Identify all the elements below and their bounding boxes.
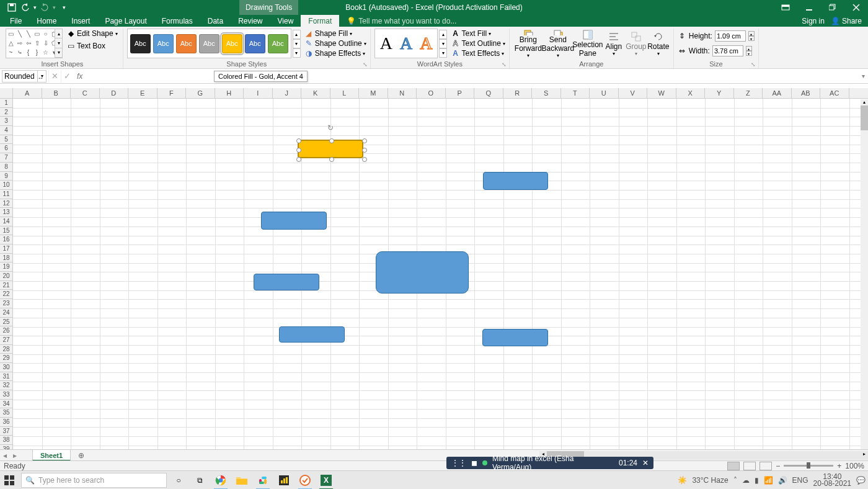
width-up-icon[interactable]: ▴ <box>746 46 752 51</box>
row-header[interactable]: 37 <box>0 427 12 436</box>
rounded-rectangle-shape[interactable] <box>376 251 469 294</box>
width-down-icon[interactable]: ▾ <box>746 51 752 56</box>
onedrive-icon[interactable]: ☁ <box>742 476 750 485</box>
style-more-icon[interactable]: ▾ <box>293 48 301 58</box>
shape-style-swatch-6[interactable]: Abc <box>268 34 288 53</box>
shape-triangle-icon[interactable]: △ <box>7 39 15 47</box>
column-header[interactable]: AA <box>763 88 792 98</box>
row-header[interactable]: 36 <box>0 418 12 427</box>
stop-icon[interactable]: ◼ <box>471 459 477 467</box>
text-outline-button[interactable]: AText Outline▾ <box>451 39 505 48</box>
row-header[interactable]: 29 <box>0 354 12 363</box>
column-header[interactable]: Y <box>705 88 734 98</box>
tab-file[interactable]: File <box>2 15 29 27</box>
shape-brace-r-icon[interactable]: } <box>33 48 41 56</box>
wordart-launcher-icon[interactable]: ⤡ <box>502 61 508 68</box>
shape-textbox-icon[interactable]: ▭ <box>7 30 15 37</box>
row-header[interactable]: 13 <box>0 208 12 217</box>
row-header[interactable]: 12 <box>0 199 12 209</box>
gallery-up-icon[interactable]: ▴ <box>55 29 62 38</box>
shape-line2-icon[interactable]: ╲ <box>24 30 32 37</box>
shape-line-icon[interactable]: ╲ <box>16 30 24 37</box>
language-indicator[interactable]: ENG <box>792 476 808 485</box>
row-header[interactable]: 34 <box>0 400 12 409</box>
wordart-down-icon[interactable]: ▾ <box>439 39 447 48</box>
column-header[interactable]: B <box>42 88 71 98</box>
redo-icon[interactable] <box>39 2 50 13</box>
qat-customize-icon[interactable]: ▾ <box>58 2 69 13</box>
drag-handle-icon[interactable]: ⋮⋮ <box>451 459 466 467</box>
column-header[interactable]: R <box>503 88 533 98</box>
resize-handle[interactable] <box>329 138 334 143</box>
wordart-gallery[interactable]: A A A <box>374 29 438 58</box>
zoom-out-icon[interactable]: − <box>776 462 780 470</box>
shape-effects-button[interactable]: ◑Shape Effects▾ <box>304 49 366 58</box>
row-header[interactable]: 39 <box>0 445 12 449</box>
resize-handle[interactable] <box>296 138 301 143</box>
rounded-rectangle-shape[interactable] <box>483 172 548 190</box>
column-header[interactable]: M <box>359 88 388 98</box>
column-header[interactable]: H <box>215 88 244 98</box>
row-header[interactable]: 8 <box>0 163 12 172</box>
style-down-icon[interactable]: ▾ <box>293 39 301 48</box>
row-header[interactable]: 24 <box>0 308 12 318</box>
row-header[interactable]: 27 <box>0 336 12 345</box>
edit-shape-button[interactable]: ◆Edit Shape▾ <box>65 29 119 38</box>
worksheet-grid[interactable]: ABCDEFGHIJKLMNOPQRSTUVWXYZAAABAC 1234567… <box>0 88 868 449</box>
row-header[interactable]: 6 <box>0 144 12 153</box>
rounded-rectangle-shape[interactable]: ↻ <box>298 140 363 158</box>
column-header[interactable]: X <box>676 88 706 98</box>
formula-input[interactable] <box>86 70 856 83</box>
tell-me[interactable]: 💡 <box>347 15 470 27</box>
close-icon[interactable] <box>851 2 862 13</box>
tray-clock[interactable]: 13:40 20-08-2021 <box>813 473 851 487</box>
shape-style-swatch-3[interactable]: Abc <box>199 34 219 53</box>
group-button[interactable]: Group▾ <box>625 29 647 58</box>
view-normal-icon[interactable] <box>727 462 740 470</box>
sheet-nav-prev-icon[interactable]: ◂ <box>0 451 10 460</box>
column-header[interactable]: C <box>71 88 100 98</box>
resize-handle[interactable] <box>296 148 301 153</box>
row-header[interactable]: 28 <box>0 345 12 354</box>
resize-handle[interactable] <box>362 138 367 143</box>
undo-icon[interactable] <box>20 2 31 13</box>
resize-handle[interactable] <box>362 157 367 162</box>
shape-style-swatch-5[interactable]: Abc <box>245 34 265 53</box>
shape-oval-icon[interactable]: ○ <box>42 30 50 37</box>
gallery-more-icon[interactable]: ▾ <box>55 48 62 58</box>
row-header[interactable]: 31 <box>0 372 12 382</box>
share-button[interactable]: 👤Share <box>831 17 862 25</box>
resize-handle[interactable] <box>296 157 301 162</box>
select-all-corner[interactable] <box>0 88 13 99</box>
excel-icon[interactable]: X <box>317 471 335 490</box>
row-header[interactable]: 16 <box>0 235 12 244</box>
height-down-icon[interactable]: ▾ <box>748 36 755 41</box>
action-center-icon[interactable]: 💬 <box>856 476 866 485</box>
name-box[interactable]: Rounded ...▾ <box>2 70 46 83</box>
row-header[interactable]: 5 <box>0 135 12 145</box>
row-header[interactable]: 14 <box>0 217 12 227</box>
resize-handle[interactable] <box>362 148 367 153</box>
tab-format[interactable]: Format <box>301 15 339 27</box>
wordart-more-icon[interactable]: ▾ <box>439 48 447 58</box>
shape-style-gallery[interactable]: AbcAbcAbcAbcAbcAbcAbc <box>127 29 291 58</box>
zoom-slider[interactable] <box>784 465 833 467</box>
wordart-style-3[interactable]: A <box>420 34 432 53</box>
shape-styles-launcher-icon[interactable]: ⤡ <box>363 61 369 68</box>
column-header[interactable]: K <box>301 88 330 98</box>
row-header[interactable]: 38 <box>0 436 12 445</box>
row-header[interactable]: 20 <box>0 272 12 281</box>
app-icon[interactable] <box>296 471 314 490</box>
cells-area[interactable]: ↻ <box>13 99 868 449</box>
zoom-level[interactable]: 100% <box>845 462 864 470</box>
column-header[interactable]: AC <box>820 88 849 98</box>
wordart-style-1[interactable]: A <box>380 34 392 53</box>
rotate-handle-icon[interactable]: ↻ <box>325 122 336 133</box>
column-header[interactable]: Q <box>474 88 503 98</box>
tell-me-input[interactable] <box>358 17 470 25</box>
view-page-layout-icon[interactable] <box>743 462 756 470</box>
column-headers[interactable]: ABCDEFGHIJKLMNOPQRSTUVWXYZAAABAC <box>13 88 868 99</box>
column-header[interactable]: L <box>330 88 360 98</box>
align-button[interactable]: Align▾ <box>603 29 625 58</box>
zoom-in-icon[interactable]: + <box>837 462 841 470</box>
